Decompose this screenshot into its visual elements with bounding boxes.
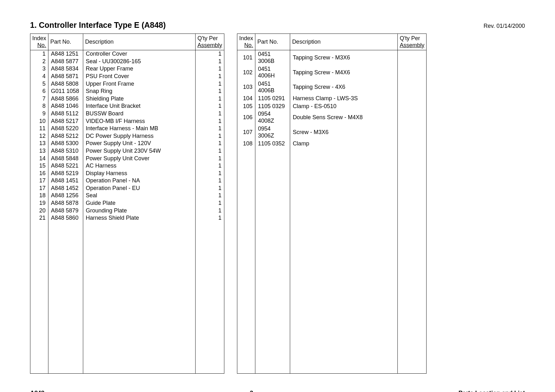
table-row: 1081105 0352Clamp — [237, 140, 427, 147]
cell-part: A848 1451 — [48, 177, 83, 185]
cell-qty: 1 — [196, 214, 224, 222]
table-row: 1060954 4008ZDouble Sens Screw - M4X8 — [237, 110, 427, 125]
cell-index: 17 — [30, 185, 48, 192]
cell-index: 10 — [30, 118, 48, 125]
cell-qty — [398, 80, 427, 95]
table-row: 1051105 0329Clamp - ES-0510 — [237, 102, 427, 110]
cell-description: DC Power Supply Harness — [83, 132, 196, 140]
cell-qty: 1 — [196, 132, 224, 140]
cell-description: Clamp - ES-0510 — [290, 102, 398, 110]
cell-part: 0954 4008Z — [255, 110, 290, 125]
cell-description: Guide Plate — [83, 199, 196, 207]
cell-qty: 1 — [196, 80, 224, 88]
cell-description: Rear Upper Frame — [83, 65, 196, 73]
col-header-qty: Q'ty PerAssembly — [398, 34, 427, 50]
cell-description: AC Harness — [83, 162, 196, 170]
cell-part: 0451 4006B — [255, 80, 290, 95]
cell-description: Power Supply Unit - 120V — [83, 140, 196, 147]
cell-qty: 1 — [196, 102, 224, 110]
col-header-index: IndexNo. — [30, 34, 48, 50]
table-row: 16A848 5219Display Harness1 — [30, 170, 224, 177]
cell-qty: 1 — [196, 65, 224, 73]
cell-qty: 1 — [196, 58, 224, 65]
cell-part: A848 5871 — [48, 73, 83, 80]
cell-description: Display Harness — [83, 170, 196, 177]
cell-index: 2 — [30, 58, 48, 65]
cell-part: A848 5879 — [48, 207, 83, 215]
cell-qty — [398, 110, 427, 125]
footer-center: 3 — [250, 389, 253, 392]
table-row: 14A848 5848Power Supply Unit Cover1 — [30, 155, 224, 162]
table-row: 17A848 1451Operation Panel - NA1 — [30, 177, 224, 185]
cell-index: 6 — [30, 88, 48, 95]
cell-part: A848 5860 — [48, 214, 83, 222]
cell-index: 7 — [30, 95, 48, 103]
table-row: 6G011 1058Snap Ring1 — [30, 88, 224, 95]
cell-part: A848 1046 — [48, 102, 83, 110]
cell-index: 107 — [237, 125, 255, 140]
cell-qty: 1 — [196, 162, 224, 170]
table-row: 1A848 1251Controller Cover1 — [30, 50, 224, 58]
table-row: 10A848 5217VIDEO-MB I/F Harness1 — [30, 118, 224, 125]
table-row: 1010451 3006BTapping Screw - M3X6 — [237, 50, 427, 65]
table-spacer — [30, 222, 224, 374]
cell-qty — [398, 65, 427, 80]
cell-index: 102 — [237, 65, 255, 80]
parts-table-2: IndexNo. Part No. Description Q'ty PerAs… — [237, 34, 427, 374]
cell-part: 1105 0352 — [255, 140, 290, 147]
col-header-description: Description — [83, 34, 196, 50]
table-row: 7A848 5866Shielding Plate1 — [30, 95, 224, 103]
cell-index: 3 — [30, 65, 48, 73]
cell-index: 103 — [237, 80, 255, 95]
cell-part: 0451 4006H — [255, 65, 290, 80]
footer-right: Parts Location and List — [458, 389, 525, 392]
table-row: 17A848 1452Operation Panel - EU1 — [30, 185, 224, 192]
table-row: 20A848 5879Grounding Plate1 — [30, 207, 224, 215]
cell-index: 21 — [30, 214, 48, 222]
table-row: 9A848 5112BUSSW Board1 — [30, 110, 224, 118]
cell-description: Shielding Plate — [83, 95, 196, 103]
cell-qty: 1 — [196, 170, 224, 177]
cell-description: Controller Cover — [83, 50, 196, 58]
cell-qty — [398, 125, 427, 140]
cell-part: A848 5112 — [48, 110, 83, 118]
cell-index: 104 — [237, 95, 255, 102]
col-header-qty: Q'ty PerAssembly — [196, 34, 224, 50]
cell-part: A848 5220 — [48, 125, 83, 132]
cell-qty: 1 — [196, 73, 224, 80]
table-row: 4A848 5871PSU Front Cover1 — [30, 73, 224, 80]
cell-qty: 1 — [196, 199, 224, 207]
cell-part: A848 5808 — [48, 80, 83, 88]
cell-index: 19 — [30, 199, 48, 207]
cell-description: BUSSW Board — [83, 110, 196, 118]
cell-part: A848 5212 — [48, 132, 83, 140]
cell-description: Tapping Screw - M3X6 — [290, 50, 398, 65]
cell-part: G011 1058 — [48, 88, 83, 95]
cell-index: 17 — [30, 177, 48, 185]
table-row: 8A848 1046Interface Unit Bracket1 — [30, 102, 224, 110]
cell-qty: 1 — [196, 207, 224, 215]
cell-part: A848 5310 — [48, 147, 83, 155]
cell-qty — [398, 95, 427, 102]
table-row: 1030451 4006BTapping Screw - 4X6 — [237, 80, 427, 95]
footer-left: A848 — [30, 389, 44, 392]
cell-part: A848 5878 — [48, 199, 83, 207]
cell-part: 0451 3006B — [255, 50, 290, 65]
cell-index: 20 — [30, 207, 48, 215]
cell-description: Harness Shield Plate — [83, 214, 196, 222]
header-row: 1. Controller Interface Type E (A848) Re… — [30, 21, 525, 30]
cell-qty: 1 — [196, 88, 224, 95]
table-row: 13A848 5310Power Supply Unit 230V 54W1 — [30, 147, 224, 155]
cell-index: 13 — [30, 147, 48, 155]
table-row: 18A848 1256Seal1 — [30, 192, 224, 199]
cell-qty: 1 — [196, 140, 224, 147]
cell-description: Seal - UU300286-165 — [83, 58, 196, 65]
cell-qty — [398, 50, 427, 65]
cell-index: 9 — [30, 110, 48, 118]
cell-part: A848 1256 — [48, 192, 83, 199]
cell-description: Interface Unit Bracket — [83, 102, 196, 110]
table-row: 1070954 3006ZScrew - M3X6 — [237, 125, 427, 140]
cell-part: A848 5300 — [48, 140, 83, 147]
cell-qty: 1 — [196, 185, 224, 192]
cell-part: 0954 3006Z — [255, 125, 290, 140]
